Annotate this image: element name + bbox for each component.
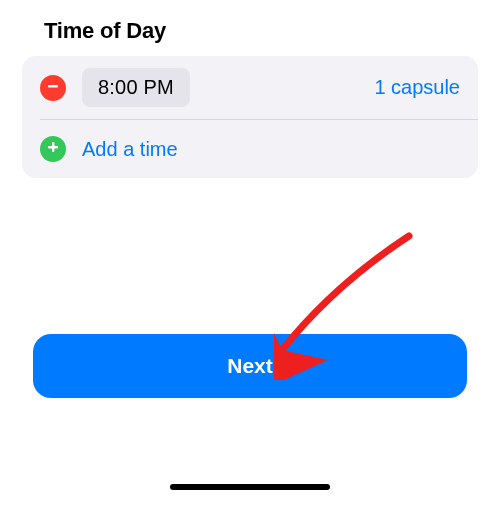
minus-icon [46,79,60,97]
schedule-row: 8:00 PM 1 capsule [22,56,478,119]
time-picker[interactable]: 8:00 PM [82,68,190,107]
svg-rect-0 [48,85,58,87]
page-title: Time of Day [0,0,500,56]
next-button[interactable]: Next [33,334,467,398]
home-indicator[interactable] [170,484,330,490]
plus-icon [46,140,60,158]
dose-button[interactable]: 1 capsule [374,76,460,99]
remove-time-button[interactable] [40,75,66,101]
svg-rect-2 [48,146,58,148]
add-time-row[interactable]: Add a time [22,120,478,178]
add-time-label: Add a time [82,138,178,161]
add-time-button[interactable] [40,136,66,162]
schedule-panel: 8:00 PM 1 capsule Add a time [22,56,478,178]
